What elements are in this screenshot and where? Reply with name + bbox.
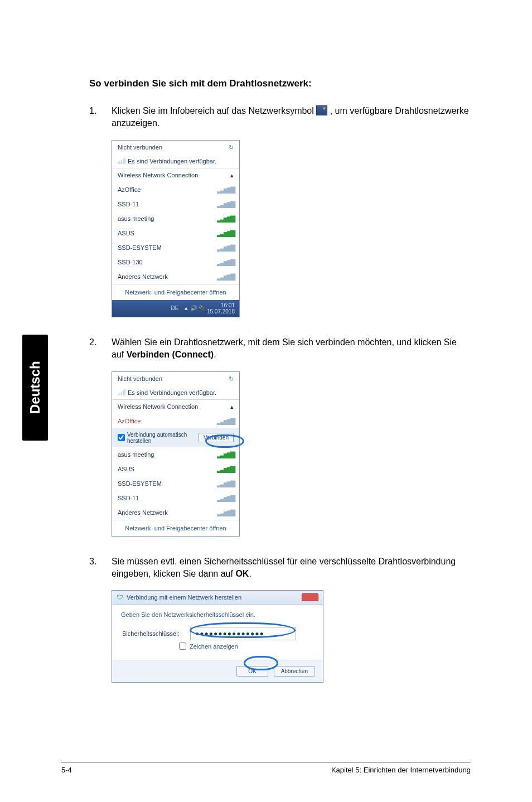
network-item[interactable]: AzOffice▂▃▅▆▇ <box>112 182 239 197</box>
step-number: 1. <box>89 105 112 130</box>
connect-panel: Verbindung automatisch herstellen Verbin… <box>112 428 239 447</box>
network-item[interactable]: ASUS▂▃▅▆▇ <box>112 226 239 240</box>
step-3: 3. Sie müssen evtl. einen Sicherheitssch… <box>89 555 471 581</box>
network-item-selected[interactable]: AzOffice▂▃▅▆▇ <box>112 414 239 428</box>
ok-button[interactable]: OK <box>236 666 268 677</box>
connection-header: Wireless Network Connection <box>118 172 198 178</box>
step-text-c: . <box>249 569 251 578</box>
network-item[interactable]: SSD-11▂▃▅▆▇ <box>112 491 239 505</box>
network-item[interactable]: asus meeting▂▃▅▆▇ <box>112 211 239 226</box>
dialog-prompt: Geben Sie den Netzwerksicherheitsschlüss… <box>112 605 323 618</box>
show-chars-label: Zeichen anzeigen <box>190 643 238 650</box>
network-item[interactable]: asus meeting▂▃▅▆▇ <box>112 447 239 462</box>
chapter-title: Kapitel 5: Einrichten der Internetverbin… <box>331 766 471 774</box>
language-tab: Deutsch <box>22 335 48 441</box>
cancel-button[interactable]: Abbrechen <box>274 666 315 677</box>
network-item[interactable]: SSD-ESYSTEM▂▃▅▆▇ <box>112 240 239 255</box>
popup-title: Nicht verbunden <box>118 144 162 151</box>
open-network-center-link[interactable]: Netzwerk- und Freigabecenter öffnen <box>112 520 239 536</box>
step-number: 3. <box>89 555 112 581</box>
open-network-center-link[interactable]: Netzwerk- und Freigabecenter öffnen <box>112 284 239 300</box>
auto-connect-label: Verbindung automatisch herstellen <box>127 432 199 444</box>
network-item[interactable]: SSD-ESYSTEM▂▃▅▆▇ <box>112 476 239 491</box>
close-button[interactable] <box>302 593 318 601</box>
screenshot-security-key: 🛡 Verbindung mit einem Netzwerk herstell… <box>112 590 471 683</box>
step-text-bold: OK <box>235 569 249 578</box>
step-text-bold: Verbinden (Connect) <box>127 350 214 359</box>
step-body: Wählen Sie ein Drahtlosnetzwerk, mit dem… <box>112 336 471 361</box>
popup-sub: Es sind Verbindungen verfügbar. <box>128 158 216 165</box>
network-item[interactable]: SSD-130▂▃▅▆▇ <box>112 255 239 269</box>
connection-header: Wireless Network Connection <box>118 403 198 410</box>
network-item[interactable]: SSD-11▂▃▅▆▇ <box>112 197 239 211</box>
dialog-title: Verbindung mit einem Netzwerk herstellen <box>127 594 241 601</box>
step-text-a: Sie müssen evtl. einen Sicherheitsschlüs… <box>112 557 456 578</box>
network-item[interactable]: ASUS▂▃▅▆▇ <box>112 462 239 476</box>
taskbar: DE ▲ 🔊 🔌 16:01 15.07.2018 <box>112 300 239 317</box>
page-footer: 5-4 Kapitel 5: Einrichten der Internetve… <box>61 762 471 774</box>
signal-icon <box>118 390 125 395</box>
section-heading: So verbinden Sie sich mit dem Drahtlosne… <box>89 78 471 89</box>
step-body: Klicken Sie im Infobereich auf das Netzw… <box>112 105 471 130</box>
signal-icon <box>118 158 125 164</box>
step-body: Sie müssen evtl. einen Sicherheitsschlüs… <box>112 555 471 581</box>
show-chars-checkbox[interactable] <box>179 642 186 650</box>
chevron-up-icon[interactable]: ▴ <box>230 172 234 179</box>
popup-title: Nicht verbunden <box>118 375 162 382</box>
step-text-a: Klicken Sie im Infobereich auf das Netzw… <box>112 106 316 115</box>
network-item[interactable]: Anderes Netzwerk▂▃▅▆▇ <box>112 269 239 284</box>
key-input[interactable]: ●●●●●●●●●●●●●●● <box>190 627 296 640</box>
refresh-icon[interactable]: ↻ <box>229 375 234 383</box>
network-item[interactable]: Anderes Netzwerk▂▃▅▆▇ <box>112 505 239 520</box>
popup-sub: Es sind Verbindungen verfügbar. <box>128 389 216 396</box>
screenshot-connect: Nicht verbunden ↻ Es sind Verbindungen v… <box>112 371 471 537</box>
key-label: Sicherheitsschlüssel: <box>122 630 183 637</box>
connect-button[interactable]: Verbinden <box>199 433 234 442</box>
refresh-icon[interactable]: ↻ <box>229 144 234 151</box>
screenshot-network-list: Nicht verbunden ↻ Es sind Verbindungen v… <box>112 140 471 317</box>
auto-connect-checkbox[interactable] <box>118 434 125 441</box>
step-2: 2. Wählen Sie ein Drahtlosnetzwerk, mit … <box>89 336 471 361</box>
network-tray-icon <box>316 105 327 115</box>
shield-icon: 🛡 <box>117 593 123 601</box>
step-number: 2. <box>89 336 112 361</box>
step-text-c: . <box>214 350 216 359</box>
step-1: 1. Klicken Sie im Infobereich auf das Ne… <box>89 105 471 130</box>
chevron-up-icon[interactable]: ▴ <box>230 403 234 410</box>
page-number: 5-4 <box>61 766 72 774</box>
